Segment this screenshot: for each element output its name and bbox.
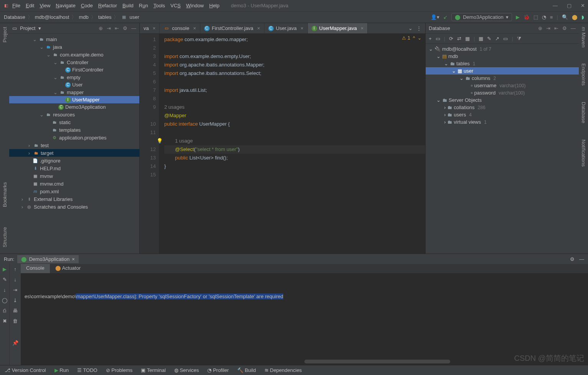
ide-update-icon[interactable]: ⬤ [572, 14, 578, 20]
wrap-icon[interactable]: ⇥ [13, 287, 17, 293]
tab-usermapper[interactable]: IUserMapper.java× [308, 23, 368, 33]
chevron-down-icon[interactable]: ▾ [38, 25, 41, 31]
menu-view[interactable]: View [40, 3, 50, 8]
tree-java[interactable]: java [53, 44, 62, 50]
status-problems[interactable]: ⊘ Problems [106, 367, 133, 373]
search-icon[interactable]: 🔍 [562, 14, 568, 20]
close-icon[interactable]: ✕ [581, 3, 585, 8]
tree-appprops[interactable]: application.properties [59, 135, 107, 141]
crumb-0[interactable]: Database [4, 14, 25, 20]
tab-console[interactable]: ▭console× [160, 23, 200, 33]
pin-icon[interactable]: 📌 [12, 340, 18, 346]
ddl-icon[interactable]: ▭ [436, 36, 440, 41]
bookmarks-toolwindow-tab[interactable]: Bookmarks [1, 180, 8, 209]
expand-icon[interactable]: ⇤ [554, 25, 558, 31]
notifications-tab[interactable]: Notifications [580, 137, 587, 169]
expand-icon[interactable]: ⇤ [115, 25, 119, 31]
tree-target[interactable]: target [41, 150, 53, 156]
run-dump-icon[interactable]: ⎙ [3, 308, 6, 314]
tab-firstcontroller[interactable]: CFirstController.java× [200, 23, 264, 33]
tree-pom[interactable]: pom.xml [40, 189, 59, 194]
menu-file[interactable]: File [12, 3, 20, 8]
status-build[interactable]: 🔨 Build [237, 367, 256, 373]
locate-icon[interactable]: ⊕ [538, 25, 542, 31]
down-icon[interactable]: ↓ [14, 277, 17, 282]
menu-refactor[interactable]: Refactor [98, 3, 117, 8]
crumb-1[interactable]: mdb@localhost [35, 14, 69, 20]
tree-mvnwcmd[interactable]: mvnw.cmd [40, 181, 63, 187]
project-toolwindow-tab[interactable]: Project [1, 25, 8, 45]
status-todo[interactable]: ☰ TODO [77, 367, 97, 373]
status-deps[interactable]: ≋ Dependencies [264, 367, 302, 373]
tree-extlib[interactable]: External Libraries [34, 196, 73, 202]
tree-empty[interactable]: empty [67, 75, 80, 80]
edit-icon[interactable]: ✎ [487, 36, 491, 41]
vcs-update-icon[interactable]: ↙ [443, 14, 448, 20]
project-tree[interactable]: ⌄🖿main ⌄🖿java ⌄🖿com.example.demo ⌄🖿Contr… [9, 34, 139, 254]
database-tree[interactable]: ⌄🔌mdb@localhost1 of 7 ⌄▤mdb ⌄🖿tables1 ⌄▦… [426, 44, 579, 254]
code-area[interactable]: ⚠ 1 ^ ⌄ 123456789 1011 12131415 package … [140, 34, 425, 254]
tree-templates[interactable]: templates [59, 127, 81, 133]
tree-usermapper[interactable]: UserMapper [72, 97, 100, 103]
endpoints-tab[interactable]: Endpoints [580, 61, 587, 88]
horizontal-scrollbar[interactable] [304, 360, 450, 363]
more-tabs-icon[interactable]: ⌄ [408, 25, 413, 31]
status-run[interactable]: ▶ Run [55, 367, 69, 373]
rerun-icon[interactable]: ▶ [3, 266, 7, 272]
menu-help[interactable]: Help [209, 3, 220, 8]
structure-toolwindow-tab[interactable]: Structure [1, 225, 8, 250]
tree-static[interactable]: static [59, 119, 71, 125]
tree-gitignore[interactable]: .gitignore [40, 158, 60, 164]
menu-vcs[interactable]: VCS [170, 3, 181, 8]
jump-icon[interactable]: ↗ [495, 36, 499, 41]
table-icon[interactable]: ▦ [479, 36, 483, 41]
status-vcs[interactable]: ⎇ Version Control [5, 367, 46, 373]
settings-icon[interactable]: ⚙ [123, 25, 127, 31]
actuator-tab[interactable]: ⬤ Actuator [50, 264, 86, 273]
run-stop-icon[interactable]: ↓ [3, 287, 6, 293]
run-config-icon[interactable]: ✎ [3, 277, 7, 282]
maximize-icon[interactable]: ▢ [567, 3, 571, 8]
tree-scratch[interactable]: Scratches and Consoles [34, 204, 88, 210]
collapse-icon[interactable]: ⇥ [546, 25, 550, 31]
bulb-icon[interactable]: 💡 [157, 137, 163, 145]
tree-firstcontroller[interactable]: FirstController [72, 67, 104, 73]
tree-package[interactable]: com.example.demo [60, 52, 103, 58]
menu-window[interactable]: Window [186, 3, 204, 8]
database-tab[interactable]: Database [580, 100, 587, 126]
tab-0[interactable]: va× [140, 23, 160, 33]
crumb-4[interactable]: user [129, 14, 139, 20]
codewithme-icon[interactable]: ◗ [581, 14, 584, 20]
print-icon[interactable]: 🖶 [13, 308, 18, 314]
status-profiler[interactable]: ◔ Profiler [207, 367, 229, 373]
menu-build[interactable]: Build [122, 3, 134, 8]
crumb-2[interactable]: mdb [79, 14, 88, 20]
tabs-menu-icon[interactable]: ⋮ [416, 25, 421, 31]
tree-controller[interactable]: Controller [67, 60, 88, 65]
run-app-tab[interactable]: ⬤Demo3Application× [17, 255, 79, 263]
menu-run[interactable]: Run [139, 3, 148, 8]
locate-icon[interactable]: ⊕ [99, 25, 103, 31]
run-camera-icon[interactable]: ◯ [2, 297, 8, 303]
tree-help[interactable]: HELP.md [40, 166, 61, 171]
maven-tab[interactable]: m Maven [580, 25, 587, 50]
trash-icon[interactable]: 🗑 [13, 318, 18, 324]
tree-user[interactable]: User [72, 82, 83, 88]
crumb-3[interactable]: tables [98, 14, 112, 20]
tree-test[interactable]: test [41, 143, 49, 148]
user-icon[interactable]: 👤▾ [431, 14, 439, 20]
run-exit-icon[interactable]: ✖ [3, 318, 7, 324]
tab-user[interactable]: CUser.java× [264, 23, 308, 33]
filter-icon[interactable]: ⧩ [517, 36, 521, 42]
hide-icon[interactable]: ― [571, 25, 576, 31]
up-icon[interactable]: ↑ [14, 266, 17, 272]
run-config-selector[interactable]: ⬤Demo3Application▾ [451, 13, 512, 21]
code-content[interactable]: package com.example.demo.mapper; import … [159, 34, 425, 254]
scroll-icon[interactable]: ⤓ [13, 297, 17, 303]
hide-icon[interactable]: ― [131, 25, 136, 31]
tree-main[interactable]: main [46, 37, 57, 42]
collapse-icon[interactable]: ⇥ [107, 25, 111, 31]
debug-icon[interactable]: 🐞 [524, 14, 530, 20]
status-terminal[interactable]: ▣ Terminal [141, 367, 166, 373]
sync-icon[interactable]: ⇄ [457, 36, 461, 41]
